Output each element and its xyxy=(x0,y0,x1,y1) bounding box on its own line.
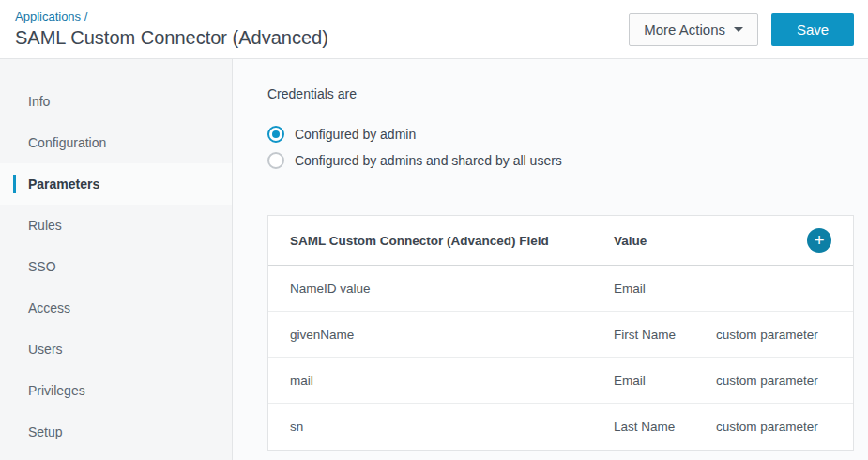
field-cell[interactable]: NameID value xyxy=(290,282,614,296)
add-parameter-button[interactable]: + xyxy=(807,228,831,253)
sidebar-item-label: Setup xyxy=(28,424,63,439)
save-button[interactable]: Save xyxy=(771,13,854,46)
app-root: Applications / SAML Custom Connector (Ad… xyxy=(0,0,868,460)
value-cell: Last Name xyxy=(614,420,716,434)
sidebar-item[interactable]: Users xyxy=(0,329,232,370)
sidebar-item[interactable]: Access xyxy=(0,287,232,329)
field-cell[interactable]: givenName xyxy=(290,328,614,342)
sidebar-item-label: Access xyxy=(28,300,70,315)
credentials-label: Credentials are xyxy=(267,86,854,101)
sidebar-item[interactable]: Configuration xyxy=(0,122,232,163)
main-content: Credentials are Configured by admin Conf… xyxy=(233,59,868,460)
table-header-row: SAML Custom Connector (Advanced) Field V… xyxy=(268,216,853,266)
page-title: SAML Custom Connector (Advanced) xyxy=(15,25,328,50)
header-actions: More Actions Save xyxy=(629,13,854,46)
radio-icon[interactable] xyxy=(267,152,284,169)
more-actions-button[interactable]: More Actions xyxy=(629,13,758,46)
chevron-down-icon xyxy=(734,27,743,32)
sidebar-item[interactable]: Rules xyxy=(0,205,232,246)
radio-option-label: Configured by admins and shared by all u… xyxy=(295,153,562,168)
table-row[interactable]: sn Last Name custom parameter xyxy=(268,404,853,450)
radio-option[interactable]: Configured by admins and shared by all u… xyxy=(267,147,854,174)
parameters-table: SAML Custom Connector (Advanced) Field V… xyxy=(267,215,854,451)
sidebar-item-label: Configuration xyxy=(28,135,106,150)
value-cell: Email xyxy=(614,282,716,296)
field-cell[interactable]: sn xyxy=(290,420,614,434)
sidebar-item[interactable]: Setup xyxy=(0,411,232,452)
value-column-header: Value xyxy=(614,234,716,248)
sidebar-item[interactable]: Privileges xyxy=(0,370,232,411)
param-type-cell: custom parameter xyxy=(716,374,831,388)
sidebar-item-label: Info xyxy=(28,94,50,109)
sidebar: Info Configuration Parameters Rules SSO … xyxy=(0,59,233,460)
sidebar-item-label: Privileges xyxy=(28,383,85,398)
page-body: Info Configuration Parameters Rules SSO … xyxy=(0,59,868,460)
sidebar-item[interactable]: Info xyxy=(0,81,232,122)
param-type-cell: custom parameter xyxy=(716,420,831,434)
plus-icon: + xyxy=(814,231,824,249)
field-column-header: SAML Custom Connector (Advanced) Field xyxy=(290,234,614,248)
sidebar-item-label: Rules xyxy=(28,218,62,233)
field-cell[interactable]: mail xyxy=(290,374,614,388)
table-row[interactable]: givenName First Name custom parameter xyxy=(268,312,853,358)
header-title-group: Applications / SAML Custom Connector (Ad… xyxy=(15,8,328,50)
radio-option-label: Configured by admin xyxy=(295,127,416,142)
table-row[interactable]: mail Email custom parameter xyxy=(268,358,853,404)
radio-option[interactable]: Configured by admin xyxy=(267,121,854,147)
value-cell: First Name xyxy=(614,328,716,342)
sidebar-item-label: SSO xyxy=(28,259,56,274)
page-header: Applications / SAML Custom Connector (Ad… xyxy=(0,0,868,59)
param-type-cell: custom parameter xyxy=(716,328,831,342)
sidebar-item-label: Users xyxy=(28,342,63,357)
sidebar-item[interactable]: Parameters xyxy=(0,163,232,205)
value-cell: Email xyxy=(614,374,716,388)
table-body: NameID value Email givenName First Name … xyxy=(268,266,853,450)
sidebar-item-label: Parameters xyxy=(28,176,99,192)
breadcrumb[interactable]: Applications / xyxy=(15,8,328,24)
sidebar-item[interactable]: SSO xyxy=(0,246,232,287)
credentials-radio-group: Configured by admin Configured by admins… xyxy=(267,121,854,174)
table-row[interactable]: NameID value Email xyxy=(268,266,853,312)
radio-icon[interactable] xyxy=(267,126,284,143)
more-actions-label: More Actions xyxy=(644,22,725,38)
